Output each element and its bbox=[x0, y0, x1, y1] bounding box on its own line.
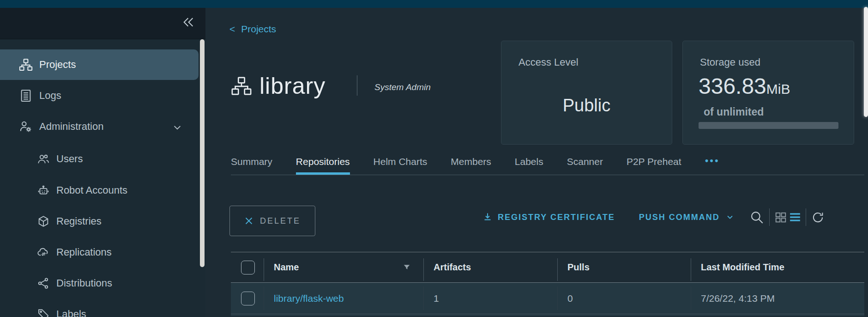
row-last-modified-cell: 7/26/22, 4:13 PM bbox=[691, 283, 864, 314]
page-title: library bbox=[259, 73, 326, 99]
row-checkbox[interactable] bbox=[241, 292, 255, 305]
breadcrumb-label: Projects bbox=[241, 24, 276, 35]
storage-unit: MiB bbox=[766, 81, 790, 97]
sidebar-item-users[interactable]: Users bbox=[0, 144, 199, 174]
tab-p2p-preheat[interactable]: P2P Preheat bbox=[627, 156, 681, 175]
users-group-icon bbox=[37, 152, 50, 165]
top-header-bar bbox=[0, 0, 868, 8]
push-command-label: PUSH COMMAND bbox=[639, 213, 720, 222]
access-level-card: Access Level Public bbox=[501, 41, 672, 145]
sidebar-item-label: Logs bbox=[39, 90, 61, 102]
column-header-last-modified: Last Modified Time bbox=[691, 252, 864, 282]
repositories-table: Name Artifacts Pulls Last Modified Time … bbox=[231, 252, 864, 316]
registry-certificate-label: REGISTRY CERTIFICATE bbox=[498, 213, 615, 222]
sidebar-collapse-button[interactable] bbox=[182, 16, 195, 29]
filter-icon[interactable] bbox=[402, 263, 411, 272]
table-row: library/flask-web 1 0 7/26/22, 4:13 PM bbox=[231, 283, 864, 314]
repository-link[interactable]: library/flask-web bbox=[274, 293, 344, 304]
column-header-artifacts: Artifacts bbox=[423, 252, 557, 282]
chevron-down-icon bbox=[172, 122, 182, 133]
list-view-toggle-button[interactable] bbox=[789, 211, 801, 223]
sidebar-item-replications[interactable]: Replications bbox=[0, 237, 199, 268]
list-view-icon bbox=[789, 211, 801, 223]
download-icon bbox=[482, 212, 493, 223]
table-actions-toolbar: REGISTRY CERTIFICATE PUSH COMMAND bbox=[482, 208, 824, 226]
column-header-name: Name bbox=[264, 252, 423, 282]
sidebar-item-label: Administration bbox=[39, 121, 103, 133]
sidebar-item-registries[interactable]: Registries bbox=[0, 206, 199, 237]
sidebar-item-label: Robot Accounts bbox=[56, 184, 127, 196]
toolbar-divider bbox=[769, 208, 770, 226]
project-tabs: Summary Repositories Helm Charts Members… bbox=[231, 156, 864, 175]
push-command-dropdown[interactable]: PUSH COMMAND bbox=[639, 213, 735, 222]
sidebar: Projects Logs Administration bbox=[0, 8, 205, 317]
access-level-label: Access Level bbox=[518, 56, 579, 68]
access-level-value: Public bbox=[501, 96, 672, 116]
sidebar-item-label: Users bbox=[56, 153, 83, 165]
back-arrow-icon: < bbox=[229, 24, 235, 35]
refresh-button[interactable] bbox=[812, 211, 824, 224]
column-header-pulls: Pulls bbox=[557, 252, 691, 282]
registry-certificate-link[interactable]: REGISTRY CERTIFICATE bbox=[482, 212, 615, 223]
select-all-checkbox[interactable] bbox=[241, 261, 255, 274]
org-chart-icon bbox=[19, 58, 33, 72]
user-gear-icon bbox=[19, 120, 33, 134]
storage-used-value: 336.83MiB bbox=[699, 75, 790, 100]
search-button[interactable] bbox=[749, 209, 765, 225]
tab-repositories[interactable]: Repositories bbox=[296, 156, 350, 175]
search-icon bbox=[749, 209, 765, 225]
cloud-sync-icon bbox=[37, 246, 50, 259]
grid-view-icon bbox=[775, 211, 787, 223]
sidebar-item-label: Projects bbox=[39, 59, 76, 71]
breadcrumb-back-link[interactable]: < Projects bbox=[229, 24, 276, 35]
sidebar-item-projects[interactable]: Projects bbox=[0, 49, 199, 80]
delete-button[interactable]: DELETE bbox=[229, 206, 315, 236]
sidebar-item-label: Distributions bbox=[56, 277, 112, 289]
storage-progress-bar bbox=[699, 122, 838, 129]
sidebar-item-logs[interactable]: Logs bbox=[0, 80, 199, 111]
sidebar-item-distributions[interactable]: Distributions bbox=[0, 268, 199, 299]
chevron-down-icon bbox=[725, 213, 735, 222]
main-content: < Projects library System Admin Access L… bbox=[205, 8, 868, 317]
sidebar-item-label: Registries bbox=[56, 215, 102, 227]
close-x-icon bbox=[244, 216, 253, 226]
cube-icon bbox=[37, 215, 50, 228]
sidebar-item-label: Replications bbox=[56, 246, 112, 258]
tab-members[interactable]: Members bbox=[451, 156, 491, 175]
sidebar-scrollbar-thumb[interactable] bbox=[200, 39, 205, 267]
storage-used-card: Storage used 336.83MiB of unlimited bbox=[682, 41, 854, 145]
title-divider bbox=[357, 75, 357, 96]
sidebar-item-robot-accounts[interactable]: Robot Accounts bbox=[0, 175, 199, 206]
tab-summary[interactable]: Summary bbox=[231, 156, 272, 175]
tabs-overflow-ellipsis[interactable]: ••• bbox=[705, 156, 720, 175]
double-chevron-left-icon bbox=[182, 16, 195, 29]
row-name-cell: library/flask-web bbox=[264, 283, 423, 314]
tag-icon bbox=[37, 308, 50, 317]
tab-helm-charts[interactable]: Helm Charts bbox=[374, 156, 428, 175]
page-scrollbar-thumb[interactable] bbox=[864, 7, 868, 117]
project-role-subtitle: System Admin bbox=[374, 82, 431, 92]
sidebar-item-label: Labels bbox=[56, 308, 86, 317]
storage-quota-label: of unlimited bbox=[704, 106, 764, 118]
row-pulls-cell: 0 bbox=[557, 283, 691, 314]
row-checkbox-cell bbox=[231, 283, 264, 314]
robot-icon bbox=[37, 184, 50, 197]
share-nodes-icon bbox=[37, 277, 50, 290]
row-artifacts-cell: 1 bbox=[423, 283, 557, 314]
next-row-sliver bbox=[231, 314, 864, 316]
delete-button-label: DELETE bbox=[260, 216, 301, 226]
sidebar-item-administration[interactable]: Administration bbox=[0, 111, 199, 142]
table-header-row: Name Artifacts Pulls Last Modified Time bbox=[231, 252, 864, 283]
tab-scanner[interactable]: Scanner bbox=[567, 156, 603, 175]
card-view-toggle-button[interactable] bbox=[775, 211, 787, 223]
table-header-checkbox-cell bbox=[231, 252, 264, 282]
tab-labels[interactable]: Labels bbox=[515, 156, 543, 175]
logs-icon bbox=[19, 89, 33, 103]
sidebar-item-labels[interactable]: Labels bbox=[0, 299, 199, 317]
project-icon bbox=[231, 75, 252, 97]
storage-used-label: Storage used bbox=[700, 56, 760, 68]
sidebar-header bbox=[0, 8, 205, 39]
toolbar-divider bbox=[806, 208, 806, 226]
refresh-icon bbox=[812, 211, 824, 224]
